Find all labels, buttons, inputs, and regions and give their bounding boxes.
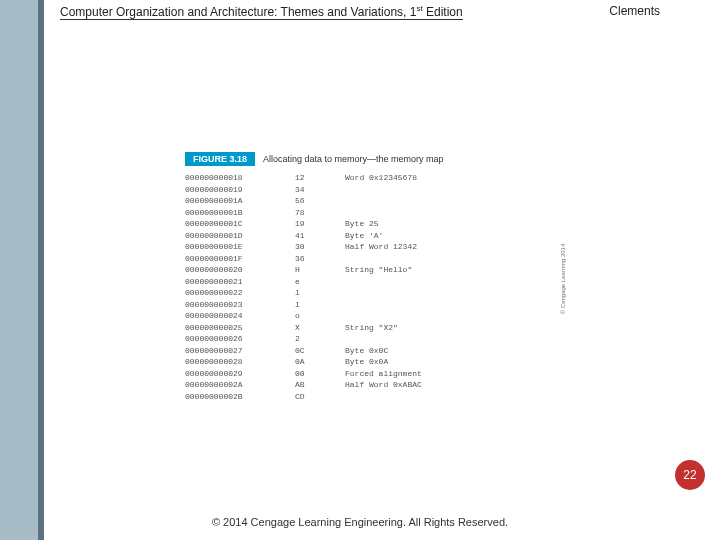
memory-value: 00 bbox=[295, 368, 345, 380]
memory-address: 000000000020 bbox=[185, 264, 295, 276]
memory-description: String "X2" bbox=[345, 322, 555, 334]
memory-description: Byte 'A' bbox=[345, 230, 555, 242]
memory-row: 00000000002BCD bbox=[185, 391, 555, 403]
memory-address: 00000000002B bbox=[185, 391, 295, 403]
memory-row: 0000000000280AByte 0x0A bbox=[185, 356, 555, 368]
memory-description bbox=[345, 287, 555, 299]
memory-value: e bbox=[295, 276, 345, 288]
memory-description: Forced alignment bbox=[345, 368, 555, 380]
figure-header: FIGURE 3.18 Allocating data to memory—th… bbox=[185, 150, 555, 168]
memory-address: 000000000027 bbox=[185, 345, 295, 357]
memory-value: 34 bbox=[295, 184, 345, 196]
memory-value: 30 bbox=[295, 241, 345, 253]
memory-description bbox=[345, 207, 555, 219]
memory-address: 000000000028 bbox=[185, 356, 295, 368]
memory-description: Byte 25 bbox=[345, 218, 555, 230]
memory-description bbox=[345, 276, 555, 288]
memory-description bbox=[345, 333, 555, 345]
memory-row: 00000000001A56 bbox=[185, 195, 555, 207]
memory-address: 00000000001C bbox=[185, 218, 295, 230]
page-number-badge: 22 bbox=[675, 460, 705, 490]
memory-row: 00000000001C19Byte 25 bbox=[185, 218, 555, 230]
sidebar-accent bbox=[0, 0, 44, 540]
memory-row: 000000000022l bbox=[185, 287, 555, 299]
page-number: 22 bbox=[683, 468, 696, 482]
author-name: Clements bbox=[609, 4, 660, 18]
memory-row: 0000000000270CByte 0x0C bbox=[185, 345, 555, 357]
memory-description: Half Word 12342 bbox=[345, 241, 555, 253]
memory-address: 000000000026 bbox=[185, 333, 295, 345]
memory-description bbox=[345, 299, 555, 311]
memory-description bbox=[345, 184, 555, 196]
memory-row: 000000000023l bbox=[185, 299, 555, 311]
memory-address: 000000000024 bbox=[185, 310, 295, 322]
memory-row: 00000000002900Forced alignment bbox=[185, 368, 555, 380]
figure-number-badge: FIGURE 3.18 bbox=[185, 152, 255, 166]
memory-address: 000000000022 bbox=[185, 287, 295, 299]
memory-address: 000000000029 bbox=[185, 368, 295, 380]
memory-value: AB bbox=[295, 379, 345, 391]
slide-header: Computer Organization and Architecture: … bbox=[60, 4, 690, 19]
memory-value: o bbox=[295, 310, 345, 322]
memory-value: 2 bbox=[295, 333, 345, 345]
memory-row: 000000000025XString "X2" bbox=[185, 322, 555, 334]
book-title: Computer Organization and Architecture: … bbox=[60, 5, 463, 20]
memory-value: 0C bbox=[295, 345, 345, 357]
memory-map-table: 00000000001812Word 0x1234567800000000001… bbox=[185, 172, 555, 402]
figure-credit: © Cengage Learning 2014 bbox=[560, 244, 566, 314]
memory-description: Byte 0x0A bbox=[345, 356, 555, 368]
memory-value: 56 bbox=[295, 195, 345, 207]
title-part-b: Edition bbox=[423, 5, 463, 19]
memory-value: 41 bbox=[295, 230, 345, 242]
memory-value: l bbox=[295, 287, 345, 299]
copyright-footer: © 2014 Cengage Learning Engineering. All… bbox=[0, 516, 720, 528]
memory-address: 000000000018 bbox=[185, 172, 295, 184]
memory-value: 36 bbox=[295, 253, 345, 265]
memory-row: 00000000001934 bbox=[185, 184, 555, 196]
memory-row: 00000000001D41Byte 'A' bbox=[185, 230, 555, 242]
memory-description: Half Word 0xABAC bbox=[345, 379, 555, 391]
memory-address: 00000000002A bbox=[185, 379, 295, 391]
memory-value: CD bbox=[295, 391, 345, 403]
memory-row: 00000000002AABHalf Word 0xABAC bbox=[185, 379, 555, 391]
memory-value: 0A bbox=[295, 356, 345, 368]
memory-address: 000000000025 bbox=[185, 322, 295, 334]
memory-row: 00000000001E30Half Word 12342 bbox=[185, 241, 555, 253]
memory-address: 000000000023 bbox=[185, 299, 295, 311]
memory-value: 12 bbox=[295, 172, 345, 184]
memory-value: l bbox=[295, 299, 345, 311]
memory-row: 00000000001B78 bbox=[185, 207, 555, 219]
memory-description: Word 0x12345678 bbox=[345, 172, 555, 184]
memory-description bbox=[345, 391, 555, 403]
memory-value: 78 bbox=[295, 207, 345, 219]
memory-row: 00000000001812Word 0x12345678 bbox=[185, 172, 555, 184]
memory-description: Byte 0x0C bbox=[345, 345, 555, 357]
memory-address: 00000000001D bbox=[185, 230, 295, 242]
title-part-a: Computer Organization and Architecture: … bbox=[60, 5, 416, 19]
memory-address: 00000000001B bbox=[185, 207, 295, 219]
memory-row: 000000000021e bbox=[185, 276, 555, 288]
memory-value: H bbox=[295, 264, 345, 276]
memory-description: String "Hello" bbox=[345, 264, 555, 276]
memory-row: 00000000001F36 bbox=[185, 253, 555, 265]
memory-row: 000000000020HString "Hello" bbox=[185, 264, 555, 276]
figure-caption: Allocating data to memory—the memory map bbox=[263, 154, 444, 164]
memory-value: X bbox=[295, 322, 345, 334]
memory-address: 00000000001F bbox=[185, 253, 295, 265]
memory-address: 00000000001A bbox=[185, 195, 295, 207]
memory-address: 000000000019 bbox=[185, 184, 295, 196]
memory-address: 000000000021 bbox=[185, 276, 295, 288]
memory-description bbox=[345, 253, 555, 265]
memory-address: 00000000001E bbox=[185, 241, 295, 253]
memory-description bbox=[345, 310, 555, 322]
memory-row: 000000000024o bbox=[185, 310, 555, 322]
memory-row: 0000000000262 bbox=[185, 333, 555, 345]
memory-description bbox=[345, 195, 555, 207]
figure-container: FIGURE 3.18 Allocating data to memory—th… bbox=[185, 150, 555, 402]
memory-value: 19 bbox=[295, 218, 345, 230]
